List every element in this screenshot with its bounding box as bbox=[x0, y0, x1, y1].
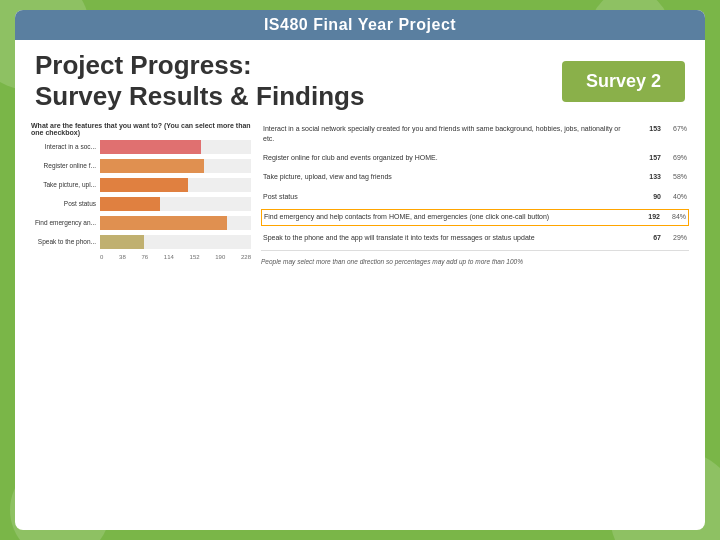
bar-row: Interact in a soc... bbox=[31, 140, 251, 154]
bar-label: Take picture, upl... bbox=[31, 181, 96, 189]
result-desc: Post status bbox=[263, 192, 629, 202]
bar-label: Post status bbox=[31, 200, 96, 208]
result-pct: 40% bbox=[665, 192, 687, 203]
bar-outer bbox=[100, 235, 251, 249]
result-count: 157 bbox=[633, 153, 661, 164]
header-title: IS480 Final Year Project bbox=[264, 16, 456, 33]
chart-area: What are the features that you want to? … bbox=[15, 118, 705, 275]
bar-outer bbox=[100, 159, 251, 173]
bar-inner bbox=[100, 235, 144, 249]
bar-label: Find emergency an... bbox=[31, 219, 96, 227]
result-pct: 29% bbox=[665, 233, 687, 244]
result-count: 133 bbox=[633, 172, 661, 183]
bar-outer bbox=[100, 197, 251, 211]
title-section: Project Progress: Survey Results & Findi… bbox=[15, 40, 705, 118]
x-tick: 114 bbox=[164, 254, 174, 260]
bar-row: Register online f... bbox=[31, 159, 251, 173]
bar-outer bbox=[100, 216, 251, 230]
result-pct: 67% bbox=[665, 124, 687, 135]
bar-label: Speak to the phon... bbox=[31, 238, 96, 246]
bar-label: Register online f... bbox=[31, 162, 96, 170]
result-count: 90 bbox=[633, 192, 661, 203]
result-count: 67 bbox=[633, 233, 661, 244]
result-row: Take picture, upload, view and tag frien… bbox=[261, 170, 689, 185]
bar-inner bbox=[100, 159, 204, 173]
bar-outer bbox=[100, 178, 251, 192]
result-row: Interact in a social network specially c… bbox=[261, 122, 689, 146]
bar-row: Post status bbox=[31, 197, 251, 211]
footnote: People may select more than one directio… bbox=[261, 257, 689, 267]
result-desc: Interact in a social network specially c… bbox=[263, 124, 629, 144]
result-desc: Find emergency and help contacts from HO… bbox=[264, 212, 628, 222]
bar-inner bbox=[100, 178, 188, 192]
result-row: Post status 90 40% bbox=[261, 190, 689, 205]
result-row: Speak to the phone and the app will tran… bbox=[261, 231, 689, 246]
result-pct: 58% bbox=[665, 172, 687, 183]
bar-row: Find emergency an... bbox=[31, 216, 251, 230]
result-count: 153 bbox=[633, 124, 661, 135]
chart-question: What are the features that you want to? … bbox=[31, 122, 251, 136]
result-count: 192 bbox=[632, 212, 660, 223]
bar-row: Take picture, upl... bbox=[31, 178, 251, 192]
survey-badge: Survey 2 bbox=[562, 61, 685, 102]
x-tick: 152 bbox=[190, 254, 200, 260]
result-pct: 84% bbox=[664, 212, 686, 223]
bar-inner bbox=[100, 197, 160, 211]
x-tick: 228 bbox=[241, 254, 251, 260]
x-tick: 38 bbox=[119, 254, 126, 260]
result-desc: Speak to the phone and the app will tran… bbox=[263, 233, 629, 243]
page-title: Project Progress: Survey Results & Findi… bbox=[35, 50, 364, 112]
result-desc: Take picture, upload, view and tag frien… bbox=[263, 172, 629, 182]
right-panel: Interact in a social network specially c… bbox=[261, 122, 689, 267]
result-row: Find emergency and help contacts from HO… bbox=[261, 209, 689, 226]
bar-label: Interact in a soc... bbox=[31, 143, 96, 151]
x-tick: 190 bbox=[215, 254, 225, 260]
bar-inner bbox=[100, 140, 201, 154]
x-tick: 76 bbox=[141, 254, 148, 260]
bar-row: Speak to the phon... bbox=[31, 235, 251, 249]
header-bar: IS480 Final Year Project bbox=[15, 10, 705, 40]
result-pct: 69% bbox=[665, 153, 687, 164]
x-tick: 0 bbox=[100, 254, 103, 260]
bar-outer bbox=[100, 140, 251, 154]
bar-inner bbox=[100, 216, 227, 230]
bar-chart: What are the features that you want to? … bbox=[31, 122, 251, 267]
result-desc: Register online for club and events orga… bbox=[263, 153, 629, 163]
main-card: IS480 Final Year Project Project Progres… bbox=[15, 10, 705, 530]
result-row: Register online for club and events orga… bbox=[261, 151, 689, 166]
